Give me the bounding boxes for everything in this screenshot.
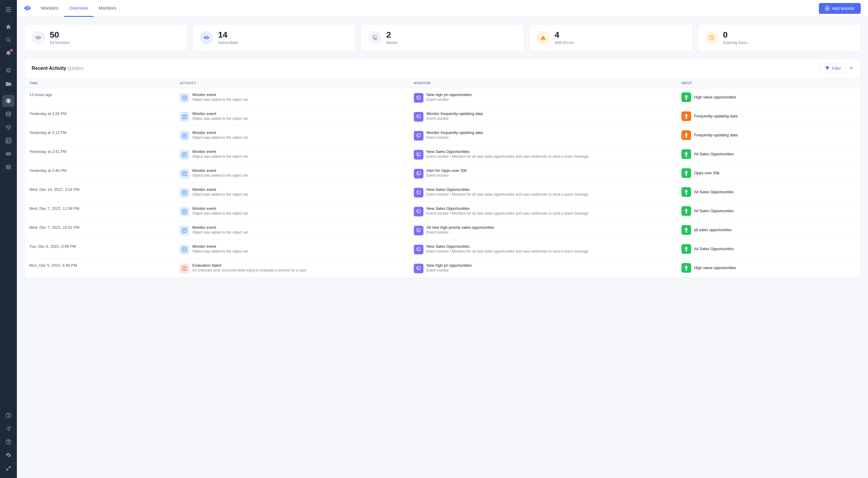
activity-text: Monitor event Object was added to the ob… (192, 149, 248, 159)
table-row: Wed, Dec 7, 2022, 11:58 PM Monitor event… (24, 202, 861, 220)
table-row: Yesterday at 3:12 PM Monitor event Objec… (24, 126, 861, 145)
cube-icon[interactable] (2, 121, 14, 133)
activity-sub-cell: Object was added to the object set (192, 98, 248, 102)
expiring-label: Expiring Soon (723, 40, 747, 45)
monitor-cell-icon (414, 264, 424, 273)
input-name-cell: Opps over 50k (694, 171, 720, 175)
search-icon[interactable] (2, 34, 14, 46)
monitor-type-cell: Event monitor (427, 116, 483, 121)
svg-rect-23 (417, 116, 418, 117)
menu-icon[interactable] (2, 4, 14, 15)
svg-point-5 (6, 112, 10, 113)
cell-input: All Sales Opportunities (677, 145, 861, 164)
cell-activity: Monitor event Object was added to the ob… (175, 126, 409, 145)
home-icon[interactable] (2, 21, 14, 33)
monitor-text: New Sales Opportunities Event monitor • … (427, 187, 588, 197)
monitor-text: All new high priority sales opportunitie… (427, 225, 494, 235)
table-icon[interactable] (2, 135, 14, 146)
activity-text: Monitor event Object was added to the ob… (192, 244, 248, 253)
activity-table: TIME ACTIVITY MONITOR INPUT 13 hours ago… (24, 78, 861, 277)
monitor-text: Monitor frequently-updating data Event m… (427, 111, 483, 121)
monitor-text: New high pri opportunities Event monitor (427, 263, 472, 272)
eye3-icon[interactable] (2, 148, 14, 160)
cell-time: 13 hours ago (24, 88, 175, 107)
monitor-type-cell: Event monitor (427, 268, 472, 272)
expand-icon[interactable] (2, 463, 14, 474)
activity-section: Recent Activity (12/19+) Filter ✕ TIME A… (24, 58, 861, 278)
cell-input: all sales opportunities (677, 220, 861, 240)
monitor-name-cell: New high pri opportunities (427, 263, 472, 268)
all-monitors-label: All Monitors (50, 40, 70, 45)
monitor-text: New Sales Opportunities Event monitor • … (427, 206, 588, 215)
circle-info-icon[interactable] (2, 409, 14, 421)
cell-time: Yesterday at 3:25 PM (24, 107, 175, 126)
monitor-active-icon[interactable] (2, 95, 14, 107)
activity-count: (12/19+) (67, 66, 84, 71)
bell-icon[interactable] (2, 47, 14, 59)
input-cell-icon (681, 244, 691, 254)
sidebar (0, 0, 17, 478)
activity-title-cell: Monitor event (192, 93, 248, 97)
expiring-number: 0 (723, 30, 747, 40)
event-icon (180, 245, 189, 254)
cell-input: High value opportunities (677, 259, 861, 277)
monitor-text: New Sales Opportunities Event monitor • … (427, 244, 588, 253)
subscribed-icon (200, 31, 213, 44)
cell-time: Tue, Dec 6, 2022, 9:06 PM (24, 240, 175, 259)
filter-close-icon[interactable]: ✕ (849, 65, 853, 71)
muted-label: Muted (386, 40, 397, 45)
monitor-name-cell: New Sales Opportunities (427, 206, 588, 211)
monitor-cell-icon (414, 245, 424, 254)
cell-input: All Sales Opportunities (677, 240, 861, 259)
add-monitor-button[interactable]: Add Monitor (819, 3, 861, 14)
cell-monitor: New Sales Opportunities Event monitor • … (409, 145, 677, 164)
svg-rect-47 (417, 211, 419, 211)
svg-rect-43 (417, 192, 418, 193)
monitor-cell-icon (414, 188, 424, 198)
cell-monitor: New high pri opportunities Event monitor (409, 88, 677, 107)
input-name-cell: High value opportunities (694, 95, 736, 99)
subscribed-label: Subscribed (218, 40, 238, 45)
event-icon (180, 150, 189, 160)
tab-monitors[interactable]: Monitors (93, 0, 122, 17)
stack-icon[interactable] (2, 161, 14, 173)
cell-activity: Monitor event Object was added to the ob… (175, 145, 409, 164)
table-row: Mon, Dec 5, 2022, 4:46 PM Evaluation fai… (24, 259, 861, 277)
activity-title-area: Recent Activity (12/19+) (32, 66, 84, 71)
input-name-cell: Frequently-updating data (694, 133, 738, 137)
activity-title: Recent Activity (32, 66, 66, 71)
cell-monitor: New Sales Opportunities Event monitor • … (409, 183, 677, 202)
errors-label: With Errors (555, 40, 574, 45)
cell-monitor: New high pri opportunities Event monitor (409, 259, 677, 277)
table-row: 13 hours ago Monitor event Object was ad… (24, 88, 861, 107)
cell-activity: Monitor event Object was added to the ob… (175, 240, 409, 259)
event-icon (180, 188, 189, 198)
settings-icon[interactable] (2, 449, 14, 461)
activity-title-cell: Monitor event (192, 206, 248, 211)
tab-overview[interactable]: Overview (64, 0, 94, 17)
activity-text: Monitor event Object was added to the ob… (192, 168, 248, 178)
monitors-eye-icon (24, 4, 31, 12)
history-icon[interactable] (2, 64, 14, 76)
monitor-text: Alert for Opps over 50k Event monitor (427, 168, 467, 178)
question-icon[interactable] (2, 436, 14, 448)
activity-title-cell: Monitor event (192, 130, 248, 135)
shuffle-icon[interactable] (2, 422, 14, 435)
activity-title-cell: Monitor event (192, 225, 248, 230)
filter-button[interactable]: Filter (821, 64, 846, 73)
cell-time: Yesterday at 3:12 PM (24, 126, 175, 145)
cell-input: Frequently-updating data (677, 107, 861, 126)
stat-errors: 4 With Errors (529, 24, 692, 51)
input-name-cell: High value opportunities (694, 266, 736, 270)
cell-time: Wed, Dec 7, 2022, 11:58 PM (24, 202, 175, 220)
database-icon[interactable] (2, 108, 14, 120)
input-name-cell: All Sales Opportunities (694, 190, 734, 194)
folder-icon[interactable] (2, 78, 14, 90)
errors-number: 4 (555, 30, 574, 40)
cell-time: Mon, Dec 5, 2022, 4:46 PM (24, 259, 175, 277)
cell-activity: Evaluation failed An unknown error occur… (175, 259, 409, 277)
table-row: Wed, Dec 7, 2022, 10:31 PM Monitor event… (24, 220, 861, 240)
tab-monitors-breadcrumb[interactable]: Monitors (36, 0, 64, 17)
cell-activity: Monitor event Object was added to the ob… (175, 164, 409, 183)
svg-rect-21 (417, 115, 418, 115)
